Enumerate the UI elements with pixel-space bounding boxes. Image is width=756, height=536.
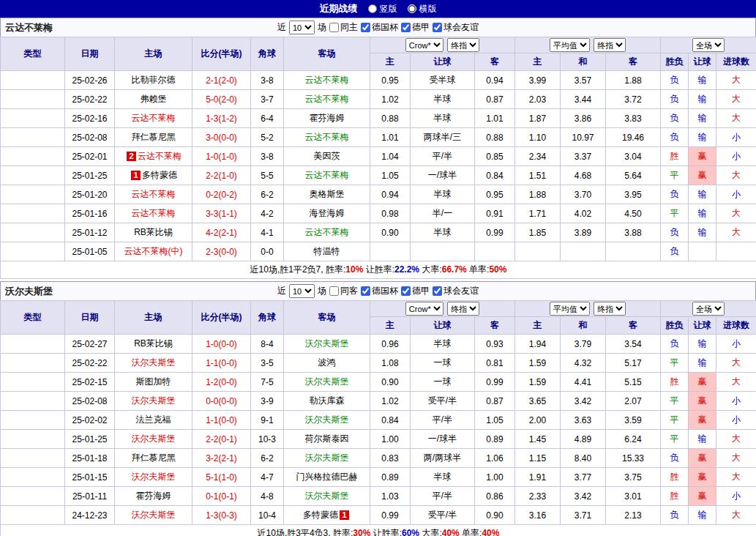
home-team-name: 弗赖堡: [141, 94, 167, 104]
home-team[interactable]: 云达不莱梅: [115, 204, 192, 223]
handicap-result: 输: [689, 506, 716, 525]
result-group-header: 全场: [661, 37, 756, 53]
competition-checkbox[interactable]: [433, 23, 442, 32]
competition-filter[interactable]: 德甲: [401, 21, 430, 34]
away-team[interactable]: 云达不莱梅: [284, 166, 370, 185]
home-team[interactable]: 沃尔夫斯堡: [115, 392, 192, 411]
away-team[interactable]: 美因茨: [284, 147, 370, 166]
home-team[interactable]: 拜仁慕尼黑: [115, 449, 192, 468]
average-select[interactable]: 平均值: [550, 302, 590, 316]
table-row: 德甲 25-01-20 云达不莱梅 0-2(0-2) 6-2 奥格斯堡 0.94…: [1, 185, 756, 204]
asian-home-odds: 1.02: [370, 392, 411, 411]
horizontal-radio[interactable]: [408, 4, 416, 13]
home-team-name: 多特蒙德: [142, 170, 177, 180]
asian-final-odds-select[interactable]: 终指: [447, 38, 479, 52]
competition-filter[interactable]: 球会友谊: [433, 21, 479, 34]
result: 平: [661, 204, 689, 223]
away-team[interactable]: 门兴格拉德巴赫: [284, 468, 370, 487]
vertical-radio[interactable]: [368, 4, 377, 13]
competition-filter[interactable]: 球会友谊: [433, 285, 479, 297]
away-team[interactable]: 沃尔夫斯堡: [284, 335, 370, 354]
asian-away-odds: 1.00: [475, 468, 515, 487]
asian-away-odds: 0.86: [475, 487, 515, 506]
competition-filter[interactable]: 德国杯: [361, 21, 398, 34]
matches-label: 场: [318, 285, 326, 297]
match-date: 25-01-11: [65, 487, 115, 506]
competition-checkbox[interactable]: [433, 286, 442, 296]
same-side-checkbox[interactable]: [329, 286, 339, 296]
home-team[interactable]: 1多特蒙德: [115, 166, 192, 185]
same-side-checkbox[interactable]: [329, 23, 339, 32]
odds-source-select[interactable]: Crow*: [405, 302, 444, 316]
home-team[interactable]: 弗赖堡: [115, 90, 192, 109]
layout-option-horizontal[interactable]: 横版: [408, 3, 437, 15]
match-count-select[interactable]: 10: [289, 21, 315, 34]
match-count-select[interactable]: 10: [289, 284, 315, 298]
home-team[interactable]: RB莱比锡: [115, 223, 192, 242]
score: 0-0(0-0): [192, 392, 251, 411]
away-team[interactable]: 云达不莱梅: [284, 223, 370, 242]
euro-final-odds-select[interactable]: 终指: [594, 302, 626, 316]
home-team-name: 云达不莱梅: [132, 189, 176, 199]
summary-stat-label: 让胜率:: [373, 528, 402, 536]
handicap: 一球: [411, 354, 475, 373]
competition-checkbox[interactable]: [361, 23, 370, 32]
average-select[interactable]: 平均值: [550, 38, 590, 52]
home-team[interactable]: 法兰克福: [115, 411, 192, 430]
full-match-select[interactable]: 全场: [692, 38, 725, 52]
away-team[interactable]: 云达不莱梅: [284, 90, 370, 109]
full-match-select[interactable]: 全场: [692, 302, 725, 316]
away-team[interactable]: 奥格斯堡: [284, 185, 370, 204]
euro-draw-odds: 3.57: [561, 71, 606, 90]
odds-source-select[interactable]: Crow*: [405, 38, 444, 52]
away-team[interactable]: 沃尔夫斯堡: [284, 449, 370, 468]
home-team[interactable]: 沃尔夫斯堡: [115, 354, 192, 373]
away-team[interactable]: 沃尔夫斯堡: [284, 411, 370, 430]
home-team[interactable]: 沃尔夫斯堡: [115, 506, 192, 525]
away-team[interactable]: 勒沃库森: [284, 392, 370, 411]
away-team[interactable]: 特温特: [284, 242, 370, 261]
title-bar: 近期战绩 竖版 横版: [0, 0, 756, 18]
result: 负: [661, 449, 689, 468]
home-team[interactable]: RB莱比锡: [115, 335, 192, 354]
asian-home-odds: 1.02: [370, 90, 411, 109]
home-team[interactable]: 云达不莱梅(中): [115, 242, 192, 261]
home-team[interactable]: 云达不莱梅: [115, 109, 192, 128]
euro-away-odds: 3.54: [606, 335, 661, 354]
home-team[interactable]: 2云达不莱梅: [115, 147, 192, 166]
home-team[interactable]: 云达不莱梅: [115, 185, 192, 204]
score: 1-0(1-0): [192, 147, 251, 166]
handicap-result: 赢: [689, 392, 716, 411]
away-team[interactable]: 霍芬海姆: [284, 109, 370, 128]
home-team[interactable]: 斯图加特: [115, 373, 192, 392]
score: 1-3(0-3): [192, 506, 251, 525]
home-team[interactable]: 沃尔夫斯堡: [115, 468, 192, 487]
euro-draw-odds: [561, 242, 606, 261]
competition-checkbox[interactable]: [401, 286, 411, 296]
handicap: [411, 242, 475, 261]
asian-final-odds-select[interactable]: 终指: [447, 302, 479, 316]
competition-checkbox[interactable]: [401, 23, 411, 32]
home-team[interactable]: 霍芬海姆: [115, 487, 192, 506]
layout-option-vertical[interactable]: 竖版: [368, 3, 397, 15]
same-side-filter[interactable]: 同客: [329, 285, 358, 297]
home-team[interactable]: 沃尔夫斯堡: [115, 430, 192, 449]
away-team[interactable]: 沃尔夫斯堡: [284, 487, 370, 506]
away-team[interactable]: 云达不莱梅: [284, 128, 370, 147]
away-team[interactable]: 海登海姆: [284, 204, 370, 223]
away-team[interactable]: 云达不莱梅: [284, 71, 370, 90]
home-team[interactable]: 拜仁慕尼黑: [115, 128, 192, 147]
away-team[interactable]: 沃尔夫斯堡: [284, 373, 370, 392]
away-team[interactable]: 荷尔斯泰因: [284, 430, 370, 449]
same-side-filter[interactable]: 同主: [329, 21, 358, 34]
competition-checkbox[interactable]: [361, 286, 370, 296]
euro-final-odds-select[interactable]: 终指: [594, 38, 626, 52]
home-team[interactable]: 比勒菲尔德: [115, 71, 192, 90]
away-team[interactable]: 波鸿: [284, 354, 370, 373]
away-team[interactable]: 多特蒙德1: [284, 506, 370, 525]
competition-filter[interactable]: 德甲: [401, 285, 430, 297]
asian-home-odds: 0.90: [370, 373, 411, 392]
asian-home-odds: 1.03: [370, 487, 411, 506]
euro-home-odds: 1.59: [515, 373, 561, 392]
competition-filter[interactable]: 德国杯: [361, 285, 398, 297]
